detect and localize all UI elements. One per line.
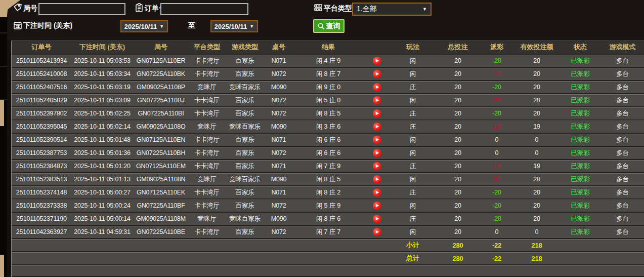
cell-total-bet: 20 xyxy=(436,213,480,226)
table-row: 251011052373338 2025-10-11 05:00:24 GN07… xyxy=(12,200,644,213)
table-row: 251011052407516 2025-10-11 05:03:19 GM09… xyxy=(12,81,644,94)
cell-replay: ▶ xyxy=(364,226,390,239)
cell-game-no: GM09025A1108M xyxy=(133,213,189,226)
cell-payout: 19 xyxy=(480,121,513,134)
cell-total-bet: 20 xyxy=(436,94,480,107)
header-valid-bet: 有效投注额 xyxy=(513,41,560,55)
cell-game-mode: 多台 xyxy=(600,213,644,226)
cell-game-no: GN07125A110EN xyxy=(133,134,189,147)
cell-valid-bet: 20 xyxy=(513,107,560,121)
cell-result: 闲 6 庄 6 xyxy=(293,134,364,147)
cell-game-mode: 多台 xyxy=(600,121,644,134)
replay-play-icon[interactable]: ▶ xyxy=(373,188,381,197)
cell-game-type: 百家乐 xyxy=(225,94,265,107)
cell-game-no: GM09025A1108O xyxy=(133,121,189,134)
replay-play-icon[interactable]: ▶ xyxy=(373,96,381,105)
cell-game-mode: 多台 xyxy=(600,134,644,147)
empty-row xyxy=(12,265,644,277)
cell-game-no: GN07125A110EM xyxy=(133,160,189,173)
replay-play-icon[interactable]: ▶ xyxy=(373,70,381,78)
header-platform-type: 平台类型 xyxy=(189,41,225,55)
cell-platform-type: 卡卡湾厅 xyxy=(189,55,225,68)
cell-valid-bet: 0 xyxy=(513,147,560,160)
cell-order-no: 251011052371190 xyxy=(12,213,71,226)
cell-result: 闲 9 庄 0 xyxy=(293,81,364,94)
empty-cell xyxy=(600,239,644,252)
grand-total-row: 总计 280 -22 218 xyxy=(12,252,644,265)
cell-total-bet: 20 xyxy=(436,68,480,81)
replay-play-icon[interactable]: ▶ xyxy=(373,149,381,157)
cell-payout: -20 xyxy=(480,107,513,121)
replay-play-icon[interactable]: ▶ xyxy=(373,136,381,144)
replay-play-icon[interactable]: ▶ xyxy=(373,57,381,65)
cell-result: 闲 7 庄 9 xyxy=(293,160,364,173)
edge-decoration xyxy=(0,100,4,126)
query-button[interactable]: 查询 xyxy=(313,19,345,33)
replay-play-icon[interactable]: ▶ xyxy=(373,215,381,223)
order-no-input[interactable] xyxy=(160,3,248,15)
total-bet: 280 xyxy=(436,252,480,265)
cell-payout: 0 xyxy=(480,134,513,147)
cell-status: 已派彩 xyxy=(560,107,600,121)
cell-result: 闲 7 庄 7 xyxy=(293,226,364,239)
empty-cell xyxy=(560,252,600,265)
cell-game-type: 竞咪百家乐 xyxy=(225,121,265,134)
cell-table-no: M090 xyxy=(265,121,293,134)
replay-play-icon[interactable]: ▶ xyxy=(373,109,381,118)
cell-bet-time: 2025-10-11 05:02:25 xyxy=(71,107,133,121)
tag-icon xyxy=(13,3,22,12)
cell-replay: ▶ xyxy=(364,173,390,186)
cell-play-type: 闲 xyxy=(390,55,436,68)
cell-play-type: 庄 xyxy=(390,81,436,94)
game-no-input[interactable] xyxy=(38,3,125,15)
replay-play-icon[interactable]: ▶ xyxy=(373,228,381,236)
table-row: 251011052410008 2025-10-11 05:03:34 GN07… xyxy=(12,68,644,81)
cell-game-type: 竞咪百家乐 xyxy=(225,81,265,94)
cell-table-no: N071 xyxy=(265,160,293,173)
header-order-no: 订单号 xyxy=(12,41,71,55)
replay-play-icon[interactable]: ▶ xyxy=(373,162,381,171)
platform-type-select[interactable]: 1.全部 ▼ xyxy=(352,3,432,16)
table-row: 251011042363927 2025-10-11 04:59:31 GN07… xyxy=(12,226,644,239)
cell-platform-type: 卡卡湾厅 xyxy=(189,160,225,173)
cell-table-no: M090 xyxy=(265,81,293,94)
date-to-select[interactable]: 2025/10/11 ▼ xyxy=(210,20,258,32)
cell-platform-type: 卡卡湾厅 xyxy=(189,94,225,107)
cell-total-bet: 20 xyxy=(436,107,480,121)
platform-type-label: 平台类型 xyxy=(324,4,352,13)
cell-replay: ▶ xyxy=(364,55,390,68)
cell-replay: ▶ xyxy=(364,134,390,147)
cell-play-type: 闲 xyxy=(390,226,436,239)
replay-play-icon[interactable]: ▶ xyxy=(373,83,381,92)
cell-bet-time: 2025-10-11 05:00:27 xyxy=(71,186,133,200)
cell-total-bet: 20 xyxy=(436,147,480,160)
cell-status: 已派彩 xyxy=(560,173,600,186)
cell-table-no: N071 xyxy=(265,134,293,147)
query-button-label: 查询 xyxy=(326,22,340,31)
cell-status: 已派彩 xyxy=(560,160,600,173)
cell-bet-time: 2025-10-11 05:01:48 xyxy=(71,134,133,147)
replay-play-icon[interactable]: ▶ xyxy=(373,175,381,184)
cell-bet-time: 2025-10-11 05:01:36 xyxy=(71,147,133,160)
cell-replay: ▶ xyxy=(364,186,390,200)
cell-table-no: N072 xyxy=(265,94,293,107)
cell-table-no: N072 xyxy=(265,68,293,81)
cell-valid-bet: 19 xyxy=(513,160,560,173)
cell-result: 闲 5 庄 9 xyxy=(293,200,364,213)
cell-replay: ▶ xyxy=(364,94,390,107)
replay-play-icon[interactable]: ▶ xyxy=(373,202,381,210)
cell-game-no: GN07225A110BI xyxy=(133,107,189,121)
cell-play-type: 闲 xyxy=(390,68,436,81)
cell-table-no: M090 xyxy=(265,213,293,226)
cell-game-no: GN07125A110EK xyxy=(133,186,189,200)
cell-game-type: 百家乐 xyxy=(225,134,265,147)
header-bet-time: 下注时间 (美东) xyxy=(71,41,133,55)
cell-bet-time: 2025-10-11 04:59:31 xyxy=(71,226,133,239)
date-from-select[interactable]: 2025/10/11 ▼ xyxy=(120,20,168,32)
cell-game-mode: 多台 xyxy=(600,200,644,213)
cell-payout: -20 xyxy=(480,81,513,94)
cell-status: 已派彩 xyxy=(560,226,600,239)
cell-bet-time: 2025-10-11 05:01:13 xyxy=(71,173,133,186)
cell-result: 闲 4 庄 9 xyxy=(293,55,364,68)
replay-play-icon[interactable]: ▶ xyxy=(373,123,381,131)
